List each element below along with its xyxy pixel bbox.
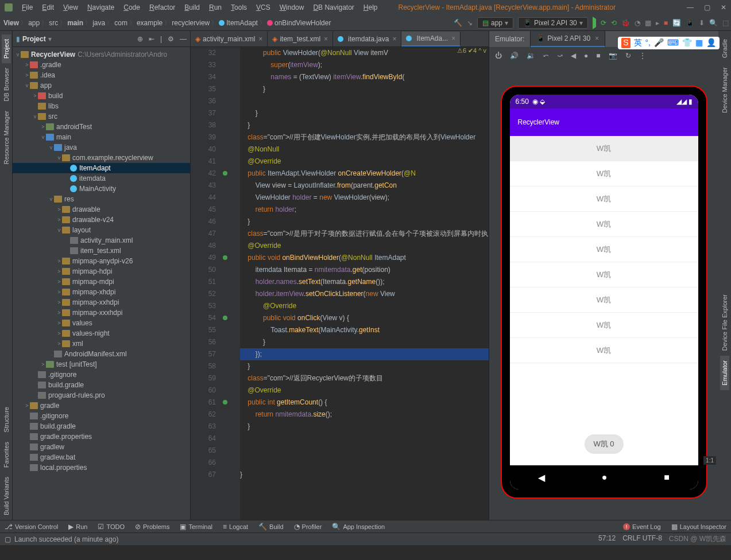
close-icon[interactable]: × <box>258 35 262 43</box>
crumb-ItemAdapt[interactable]: ItemAdapt <box>218 19 259 27</box>
tree-node[interactable]: vlayout <box>13 225 190 235</box>
menu-build[interactable]: Build <box>181 2 203 13</box>
back-icon[interactable]: ◀ <box>571 52 576 60</box>
tool-terminal[interactable]: ▣Terminal <box>180 523 212 531</box>
sidetab-gradle[interactable]: Gradle <box>720 34 729 63</box>
sdk-icon[interactable]: ⬇ <box>699 19 705 27</box>
tree-node[interactable]: vjava <box>13 142 190 153</box>
ime-grid-icon[interactable]: ▦ <box>695 38 703 48</box>
dropdown-icon[interactable]: ▾ <box>48 35 52 43</box>
bottom-tools[interactable]: ⎇Version Control▶Run☑TODO⊘Problems▣Termi… <box>5 523 385 531</box>
menu-help[interactable]: Help <box>360 2 381 13</box>
ime-punct-icon[interactable]: °, <box>645 38 651 48</box>
settings-icon[interactable]: ⬚ <box>722 19 729 27</box>
tool-version-control[interactable]: ⎇Version Control <box>5 523 58 531</box>
tree-node[interactable]: activity_main.xml <box>13 235 190 246</box>
tree-node[interactable]: >xml <box>13 339 190 349</box>
crumb-example[interactable]: example <box>136 19 164 27</box>
sidetab-emulator[interactable]: Emulator <box>720 356 729 390</box>
tree-node[interactable]: >androidTest <box>13 122 190 132</box>
tree-node[interactable]: >drawable-v24 <box>13 215 190 225</box>
tree-node[interactable]: >mipmap-mdpi <box>13 277 190 287</box>
reload2-icon[interactable]: ⟲ <box>611 19 617 27</box>
gear-icon[interactable]: ⚙ <box>168 35 174 43</box>
menu-db navigator[interactable]: DB Navigator <box>310 2 357 13</box>
tree-node[interactable]: vsrc <box>13 111 190 122</box>
tree-node[interactable]: >.idea <box>13 70 190 80</box>
crumb-com[interactable]: com <box>113 19 129 27</box>
list-item[interactable]: W凯 <box>510 313 698 338</box>
bottom-tools-right[interactable]: ! Event Log▦ Layout Inspector <box>623 523 726 531</box>
source[interactable]: public ViewHolder(@NonNull View itemV su… <box>240 47 489 520</box>
tree-node[interactable]: >gradle <box>13 400 190 411</box>
sidetab-device-manager[interactable]: Device Manager <box>720 63 729 118</box>
list-item[interactable]: W凯 <box>510 338 698 363</box>
reload-icon[interactable]: ⟳ <box>601 19 606 27</box>
nav-back-icon[interactable]: ◀ <box>538 472 545 483</box>
tree-node[interactable]: ItemAdapt <box>13 163 190 173</box>
editor-tab[interactable]: ItemAda...× <box>401 32 461 46</box>
recycler-list[interactable]: W凯W凯W凯W凯W凯W凯W凯W凯W凯 <box>510 136 698 465</box>
list-item[interactable]: W凯 <box>510 161 698 186</box>
menu-run[interactable]: Run <box>206 2 225 13</box>
menu-vcs[interactable]: VCS <box>253 2 274 13</box>
tree-node[interactable]: vres <box>13 194 190 204</box>
list-item[interactable]: W凯 <box>510 262 698 287</box>
editor-tabs[interactable]: ◈activity_main.xml×◈item_test.xml×itemda… <box>191 31 489 47</box>
search-icon[interactable]: 🔍 <box>709 19 718 27</box>
target-icon[interactable]: ⊕ <box>137 35 143 43</box>
tree-node[interactable]: build.gradle <box>13 421 190 431</box>
code-area[interactable]: 3233343536373839404142434445464748495051… <box>191 47 489 520</box>
list-item[interactable]: W凯 <box>510 212 698 237</box>
tool-build[interactable]: 🔨Build <box>258 523 283 531</box>
screen[interactable]: 6:50 ◉ ⬙ ◢◢▮ RecyclerView W凯W凯W凯W凯W凯W凯W凯… <box>510 95 698 489</box>
encoding[interactable]: CRLF UTF-8 <box>622 534 662 544</box>
editor-tab[interactable]: itemdata.java× <box>333 32 401 46</box>
tool-layout-inspector[interactable]: ▦ Layout Inspector <box>671 523 726 531</box>
sidetab-project[interactable]: Project <box>2 34 11 63</box>
attach-icon[interactable]: ▸ <box>656 19 659 27</box>
tree-node[interactable]: >mipmap-xhdpi <box>13 287 190 297</box>
tree-node[interactable]: >mipmap-xxhdpi <box>13 297 190 308</box>
camera-icon[interactable]: 📷 <box>609 52 617 60</box>
ime-lang[interactable]: 英 <box>634 38 642 48</box>
tool-todo[interactable]: ☑TODO <box>98 523 125 531</box>
close-icon[interactable]: × <box>595 34 599 42</box>
tool-logcat[interactable]: ≡Logcat <box>223 523 248 531</box>
tree-node[interactable]: gradlew.bat <box>13 452 190 462</box>
more-icon[interactable]: ⋮ <box>639 52 646 60</box>
crumb-View[interactable]: View <box>2 19 20 27</box>
rotleft-icon[interactable]: ⤺ <box>543 52 549 60</box>
profile-icon[interactable]: ◔ <box>635 19 640 27</box>
ime-bar[interactable]: S 英 °, 🎤 ⌨ 👕 ▦ 👤 <box>618 37 720 49</box>
tree-node[interactable]: >drawable <box>13 204 190 215</box>
menubar[interactable]: FileEditViewNavigateCodeRefactorBuildRun… <box>13 1 387 14</box>
ime-user-icon[interactable]: 👤 <box>706 38 716 48</box>
tree-node[interactable]: >values-night <box>13 328 190 339</box>
debug-icon[interactable]: 🐞 <box>621 19 630 27</box>
tool-run[interactable]: ▶Run <box>68 523 87 531</box>
editor-tab[interactable]: ◈activity_main.xml× <box>191 32 268 46</box>
minimize-icon[interactable]: — <box>687 3 694 11</box>
breadcrumbs[interactable]: Viewappsrcmainjavacomexamplerecyclerview… <box>2 18 332 27</box>
tree-node[interactable]: >mipmap-xxxhdpi <box>13 308 190 318</box>
ime-kbd-icon[interactable]: ⌨ <box>667 38 679 48</box>
menu-file[interactable]: File <box>18 2 36 13</box>
crumb-recyclerview[interactable]: recyclerview <box>171 19 211 27</box>
list-item[interactable]: W凯 <box>510 237 698 262</box>
list-item[interactable]: W凯 <box>510 186 698 212</box>
tool-problems[interactable]: ⊘Problems <box>135 523 169 531</box>
tree-node[interactable]: >mipmap-hdpi <box>13 266 190 277</box>
tree-node[interactable]: >build <box>13 91 190 101</box>
tree-node[interactable]: vapp <box>13 80 190 91</box>
run-config-select[interactable]: ▤app▾ <box>477 17 513 29</box>
arrow-icon[interactable]: ↘ <box>467 19 473 27</box>
snapshot-icon[interactable]: ↻ <box>625 52 631 60</box>
collapse-icon[interactable]: ⇤ <box>149 35 154 43</box>
tree-node[interactable]: build.gradle <box>13 380 190 390</box>
sidetab-resource-manager[interactable]: Resource Manager <box>2 106 11 169</box>
tree-node[interactable]: vcom.example.recyclerview <box>13 153 190 163</box>
close-icon[interactable]: × <box>392 35 396 43</box>
list-item[interactable]: W凯 <box>510 287 698 313</box>
ime-shirt-icon[interactable]: 👕 <box>682 38 692 48</box>
